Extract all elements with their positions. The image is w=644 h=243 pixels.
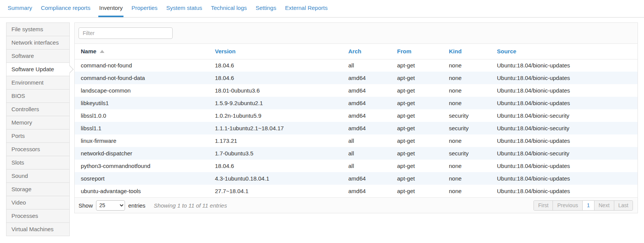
table-row: libkeyutils1 1.5.9-9.2ubuntu2.1 amd64 ap… <box>75 97 638 109</box>
nav-tab-inventory[interactable]: Inventory <box>98 0 123 17</box>
sidebar-item-environment[interactable]: Environment <box>6 76 69 90</box>
column-header-kind[interactable]: Kind <box>447 44 495 59</box>
sidebar-item-label: Software Update <box>11 66 54 72</box>
pagination-previous-button[interactable]: Previous <box>553 201 582 210</box>
cell-name: python3-commandnotfound <box>75 160 213 172</box>
pagination-last-button[interactable]: Last <box>614 201 633 210</box>
cell-kind: security <box>447 122 495 134</box>
filter-input[interactable] <box>78 27 173 39</box>
cell-kind: none <box>447 72 495 84</box>
table-row: python3-commandnotfound 18.04.6 all apt-… <box>75 160 638 172</box>
table-row: networkd-dispatcher 1.7-0ubuntu3.5 all a… <box>75 147 638 160</box>
sidebar-item-controllers[interactable]: Controllers <box>6 103 69 116</box>
sidebar-item-processes[interactable]: Processes <box>6 209 69 223</box>
cell-kind: none <box>447 59 495 72</box>
sidebar-item-sound[interactable]: Sound <box>6 169 69 183</box>
nav-tab-properties[interactable]: Properties <box>131 0 158 17</box>
cell-name: libssl1.1 <box>75 122 213 134</box>
pagination-next-button[interactable]: Next <box>594 201 614 210</box>
nav-tab-summary[interactable]: Summary <box>7 0 33 17</box>
cell-arch: amd64 <box>346 185 395 197</box>
sidebar-item-file-systems[interactable]: File systems <box>6 23 69 36</box>
cell-from: apt-get <box>395 84 447 97</box>
sidebar-item-virtual-machines[interactable]: Virtual Machines <box>6 223 69 236</box>
page-size-select[interactable]: 25 <box>96 200 125 211</box>
cell-arch: all <box>346 147 395 160</box>
cell-from: apt-get <box>395 59 447 72</box>
cell-version: 1.1.1-1ubuntu2.1~18.04.17 <box>213 122 346 134</box>
pagination-first-button[interactable]: First <box>534 201 553 210</box>
cell-version: 18.01-0ubuntu3.6 <box>213 84 346 97</box>
cell-kind: none <box>447 160 495 172</box>
cell-source: Ubuntu:18.04/bionic-updates <box>495 172 638 185</box>
table-row: ubuntu-advantage-tools 27.7~18.04.1 amd6… <box>75 185 638 197</box>
sidebar-item-ports[interactable]: Ports <box>6 129 69 143</box>
sidebar-item-software-update[interactable]: Software Update <box>6 63 69 76</box>
sidebar-item-processors[interactable]: Processors <box>6 143 69 156</box>
sidebar: File systems Network interfaces Software… <box>6 22 70 236</box>
column-header-source[interactable]: Source <box>495 44 638 59</box>
table-row: command-not-found 18.04.6 all apt-get no… <box>75 59 638 72</box>
sidebar-item-storage[interactable]: Storage <box>6 183 69 196</box>
pagination-page-1-button[interactable]: 1 <box>583 201 594 210</box>
cell-source: Ubuntu:18.04/bionic-updates <box>495 84 638 97</box>
cell-arch: amd64 <box>346 97 395 109</box>
cell-version: 18.04.6 <box>213 59 346 72</box>
cell-source: Ubuntu:18.04/bionic-updates <box>495 72 638 84</box>
cell-version: 1.5.9-9.2ubuntu2.1 <box>213 97 346 109</box>
nav-tab-system-status[interactable]: System status <box>165 0 203 17</box>
cell-version: 27.7~18.04.1 <box>213 185 346 197</box>
cell-from: apt-get <box>395 97 447 109</box>
cell-name: command-not-found-data <box>75 72 213 84</box>
column-header-arch[interactable]: Arch <box>346 44 395 59</box>
nav-tab-external-reports[interactable]: External Reports <box>284 0 328 17</box>
cell-name: networkd-dispatcher <box>75 147 213 160</box>
nav-tab-compliance-reports[interactable]: Compliance reports <box>40 0 91 17</box>
entries-info: Showing 1 to 11 of 11 entries <box>154 202 227 209</box>
cell-source: Ubuntu:18.04/bionic-updates <box>495 97 638 109</box>
cell-version: 18.04.6 <box>213 72 346 84</box>
cell-from: apt-get <box>395 147 447 160</box>
sort-asc-icon <box>100 50 104 53</box>
nav-tab-settings[interactable]: Settings <box>255 0 277 17</box>
column-header-from[interactable]: From <box>395 44 447 59</box>
cell-name: ubuntu-advantage-tools <box>75 185 213 197</box>
sidebar-item-slots[interactable]: Slots <box>6 156 69 169</box>
cell-version: 1.7-0ubuntu3.5 <box>213 147 346 160</box>
cell-name: linux-firmware <box>75 134 213 147</box>
column-header-name[interactable]: Name <box>75 44 213 59</box>
cell-source: Ubuntu:18.04/bionic-updates <box>495 134 638 147</box>
cell-kind: none <box>447 185 495 197</box>
cell-name: libssl1.0.0 <box>75 109 213 122</box>
sidebar-item-software[interactable]: Software <box>6 50 69 63</box>
cell-arch: amd64 <box>346 84 395 97</box>
cell-arch: all <box>346 134 395 147</box>
cell-kind: none <box>447 97 495 109</box>
sidebar-item-network-interfaces[interactable]: Network interfaces <box>6 36 69 50</box>
content-layout: File systems Network interfaces Software… <box>0 22 644 236</box>
cell-kind: none <box>447 172 495 185</box>
cell-kind: security <box>447 109 495 122</box>
sidebar-item-video[interactable]: Video <box>6 196 69 209</box>
cell-from: apt-get <box>395 185 447 197</box>
cell-name: sosreport <box>75 172 213 185</box>
cell-arch: amd64 <box>346 122 395 134</box>
entries-label: entries <box>128 202 146 209</box>
cell-from: apt-get <box>395 72 447 84</box>
cell-name: libkeyutils1 <box>75 97 213 109</box>
cell-source: Ubuntu:18.04/bionic-updates <box>495 185 638 197</box>
filter-bar <box>75 23 638 44</box>
column-header-version[interactable]: Version <box>213 44 346 59</box>
cell-arch: all <box>346 160 395 172</box>
cell-kind: none <box>447 134 495 147</box>
table-row: linux-firmware 1.173.21 all apt-get none… <box>75 134 638 147</box>
nav-tab-technical-logs[interactable]: Technical logs <box>210 0 248 17</box>
sidebar-item-bios[interactable]: BIOS <box>6 90 69 103</box>
pagination: First Previous 1 Next Last <box>533 200 633 211</box>
table-row: landscape-common 18.01-0ubuntu3.6 amd64 … <box>75 84 638 97</box>
sidebar-item-memory[interactable]: Memory <box>6 116 69 129</box>
cell-arch: amd64 <box>346 109 395 122</box>
cell-arch: amd64 <box>346 172 395 185</box>
cell-kind: security <box>447 147 495 160</box>
top-nav: Summary Compliance reports Inventory Pro… <box>0 0 644 18</box>
